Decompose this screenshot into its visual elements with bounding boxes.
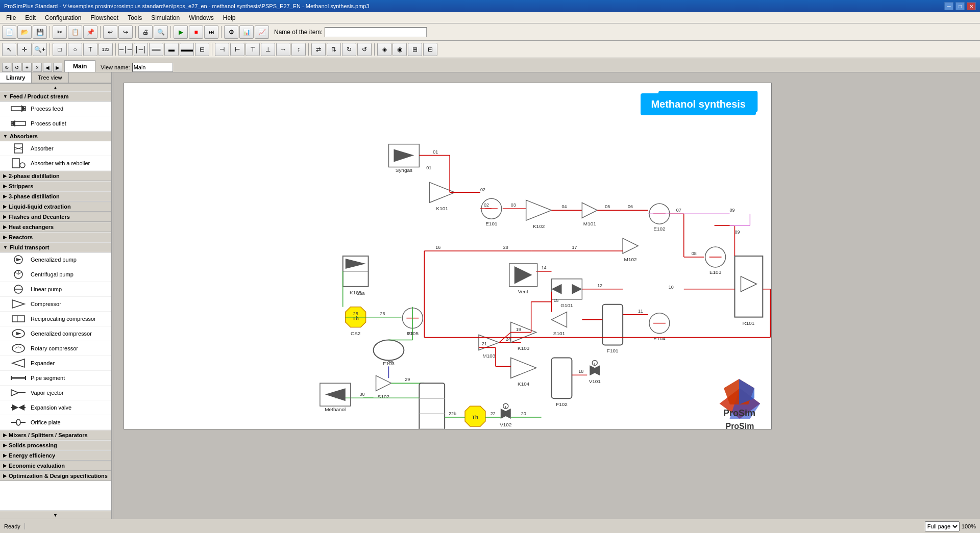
step-button[interactable]: ⏭ [204, 26, 218, 39]
flip-h[interactable]: ⇄ [311, 43, 326, 56]
lib-item-absorber-reboiler[interactable]: Absorber with a reboiler [0, 156, 111, 171]
align-right[interactable]: ⊤ [246, 43, 260, 56]
tb7[interactable]: 📊 [239, 26, 254, 39]
stream3[interactable]: ▬ [164, 43, 179, 56]
stream2[interactable]: ══ [149, 43, 163, 56]
lib-item-pipe-segment[interactable]: Pipe segment [0, 371, 111, 386]
tab-main[interactable]: Main [64, 60, 95, 72]
redo-button[interactable]: ↪ [118, 26, 133, 39]
section-strippers[interactable]: ▶ Strippers [0, 181, 111, 191]
tb6[interactable]: ⚙ [224, 26, 238, 39]
close-button[interactable]: ✕ [967, 2, 976, 10]
lib-item-absorber[interactable]: Absorber [0, 141, 111, 156]
section-2phase[interactable]: ▶ 2-phase distillation [0, 171, 111, 181]
menu-item-windows[interactable]: Windows [185, 13, 218, 22]
lib-item-rotary-compressor[interactable]: Rotary compressor [0, 341, 111, 356]
section-fluid-transport[interactable]: ▼ Fluid transport [0, 242, 111, 252]
stream4[interactable]: ▬▬ [180, 43, 194, 56]
lib-tab-library[interactable]: Library [0, 72, 32, 83]
nav-add[interactable]: + [22, 63, 32, 72]
page-select-dropdown[interactable]: Full page 50% 75% 100% 150% 200% [925, 521, 960, 531]
lib-item-vapor-ejector[interactable]: Vapor ejector [0, 386, 111, 400]
restore-button[interactable]: □ [955, 2, 965, 10]
diagram-canvas[interactable]: Methanol synthesis ProSim Syngas 01 [124, 83, 772, 429]
lib-scroll-down[interactable]: ▼ [0, 511, 111, 519]
save-button[interactable]: 💾 [33, 26, 47, 39]
section-absorbers[interactable]: ▼ Absorbers [0, 131, 111, 141]
nav-back[interactable]: ◀ [43, 63, 52, 72]
section-solids-processing[interactable]: ▶ Solids processing [0, 440, 111, 450]
section-liquid-liquid[interactable]: ▶ Liquid-liquid extraction [0, 201, 111, 212]
section-heat-exchangers[interactable]: ▶ Heat exchangers [0, 222, 111, 232]
nav-refresh[interactable]: ↻ [2, 63, 11, 72]
open-button[interactable]: 📂 [17, 26, 32, 39]
lib-item-process-outlet[interactable]: Process outlet [0, 116, 111, 131]
stream5[interactable]: ⊟ [195, 43, 209, 56]
find-button[interactable]: 🔍 [154, 26, 168, 39]
section-feed-product[interactable]: ▼ Feed / Product stream [0, 91, 111, 101]
flip-v[interactable]: ⇅ [327, 43, 341, 56]
ellipse-tool[interactable]: ○ [68, 43, 82, 56]
lib-item-expansion-valve[interactable]: Expansion valve [0, 400, 111, 415]
ports-btn[interactable]: ◈ [377, 43, 391, 56]
nav-del[interactable]: × [33, 63, 42, 72]
new-button[interactable]: 📄 [2, 26, 16, 39]
section-economic-evaluation[interactable]: ▶ Economic evaluation [0, 461, 111, 471]
menu-item-edit[interactable]: Edit [21, 13, 40, 22]
grid-btn[interactable]: ⊞ [408, 43, 422, 56]
menu-item-file[interactable]: File [2, 13, 20, 22]
run-button[interactable]: ▶ [174, 26, 188, 39]
cut-button[interactable]: ✂ [53, 26, 67, 39]
minimize-button[interactable]: ─ [944, 2, 953, 10]
rect-tool[interactable]: □ [53, 43, 67, 56]
lib-item-reciprocating-compressor[interactable]: Reciprocating compressor [0, 312, 111, 326]
stop-button[interactable]: ■ [189, 26, 203, 39]
menu-item-flowsheet[interactable]: Flowsheet [86, 13, 122, 22]
num-tool[interactable]: 123 [99, 43, 113, 56]
nav-fwd[interactable]: ▶ [53, 63, 62, 72]
lib-scroll-up[interactable]: ▲ [0, 83, 111, 91]
lib-item-expander[interactable]: Expander [0, 356, 111, 371]
align-center[interactable]: ⊢ [230, 43, 244, 56]
menu-item-help[interactable]: Help [219, 13, 240, 22]
lib-item-process-feed[interactable]: Process feed [0, 101, 111, 116]
rotate2[interactable]: ↺ [357, 43, 372, 56]
section-3phase[interactable]: ▶ 3-phase distillation [0, 191, 111, 201]
stream-h[interactable]: ─│─ [118, 43, 133, 56]
nav-refresh2[interactable]: ↺ [12, 63, 21, 72]
lib-item-orifice-plate[interactable]: Orifice plate [0, 415, 111, 430]
more-btn[interactable]: ⊟ [423, 43, 437, 56]
lib-item-gen-pump[interactable]: Generalized pump [0, 252, 111, 267]
menu-item-tools[interactable]: Tools [124, 13, 146, 22]
lib-item-gen-compressor[interactable]: Generalized compressor [0, 326, 111, 341]
menu-item-simulation[interactable]: Simulation [147, 13, 184, 22]
print-button[interactable]: 🖨 [138, 26, 153, 39]
section-flashes[interactable]: ▶ Flashes and Decanters [0, 212, 111, 222]
select-tool[interactable]: ↖ [2, 43, 16, 56]
lib-item-compressor[interactable]: Compressor [0, 297, 111, 312]
ports2-btn[interactable]: ◉ [393, 43, 407, 56]
tb8[interactable]: 📈 [255, 26, 269, 39]
zoom-in-tool[interactable]: 🔍+ [33, 43, 47, 56]
paste-button[interactable]: 📌 [83, 26, 97, 39]
copy-button[interactable]: 📋 [68, 26, 82, 39]
lib-item-linear-pump[interactable]: Linear pump [0, 282, 111, 297]
distribute-h[interactable]: ↔ [276, 43, 290, 56]
lib-tab-treeview[interactable]: Tree view [32, 72, 68, 83]
section-energy-efficiency[interactable]: ▶ Energy efficiency [0, 450, 111, 461]
text-tool[interactable]: T [83, 43, 97, 56]
distribute-v[interactable]: ↕ [291, 43, 306, 56]
rotate[interactable]: ↻ [342, 43, 356, 56]
menu-item-configuration[interactable]: Configuration [41, 13, 85, 22]
align-left[interactable]: ⊣ [215, 43, 229, 56]
name-input[interactable] [325, 27, 427, 37]
stream-v[interactable]: │─│ [134, 43, 148, 56]
align-top[interactable]: ⊥ [261, 43, 275, 56]
section-optimization[interactable]: ▶ Optimization & Design specifications [0, 471, 111, 481]
lib-item-centrifugal-pump[interactable]: Centrifugal pump [0, 267, 111, 282]
move-tool[interactable]: ✛ [17, 43, 32, 56]
undo-button[interactable]: ↩ [103, 26, 117, 39]
section-reactors[interactable]: ▶ Reactors [0, 232, 111, 242]
view-name-input[interactable] [132, 63, 173, 72]
section-mixers-splitters[interactable]: ▶ Mixers / Splitters / Separators [0, 430, 111, 440]
